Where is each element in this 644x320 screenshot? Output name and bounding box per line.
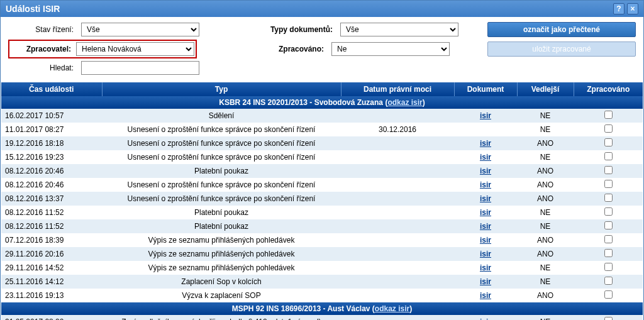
cell-time: 31.05.2017 08:20 xyxy=(1,315,102,320)
cell-date xyxy=(341,219,454,233)
doc-link[interactable]: isir xyxy=(480,263,491,272)
doc-link[interactable]: isir xyxy=(480,277,491,286)
zpracovano-checkbox[interactable] xyxy=(604,166,613,174)
zpracovano-checkbox[interactable] xyxy=(604,221,613,229)
cell-doc: isir xyxy=(454,150,517,164)
zpracovatel-highlight: Zpracovatel: Helena Nováková xyxy=(8,40,197,58)
doc-link[interactable]: isir xyxy=(480,111,491,120)
group-case-label: MSPH 92 INS 18696/2013 - Aust Václav xyxy=(232,304,372,313)
table-row[interactable]: 29.11.2016 20:16Výpis ze seznamu přihláš… xyxy=(1,247,643,261)
filters-panel: Stav řízení: Vše Typy dokumentů: Vše ozn… xyxy=(1,17,643,80)
doc-link[interactable]: isir xyxy=(480,222,491,231)
save-processed-button[interactable]: uložit zpracované xyxy=(487,41,636,57)
cell-type: Usnesení o zproštění funkce správce po s… xyxy=(102,136,341,150)
group-isir-link[interactable]: odkaz isir xyxy=(375,304,409,313)
col-type[interactable]: Typ xyxy=(102,82,341,96)
col-date[interactable]: Datum právní moci xyxy=(341,82,454,96)
cell-vedlejsi: ANO xyxy=(517,233,574,247)
cell-time: 07.12.2016 18:39 xyxy=(1,233,102,247)
zpracovano-checkbox[interactable] xyxy=(604,263,613,271)
cell-doc: isir xyxy=(454,178,517,192)
doc-link[interactable]: isir xyxy=(480,167,491,175)
doc-link[interactable]: isir xyxy=(480,208,491,217)
zpracovano-checkbox[interactable] xyxy=(604,290,613,299)
cell-date xyxy=(341,247,454,261)
help-icon[interactable]: ? xyxy=(613,3,625,14)
zpracovano-checkbox[interactable] xyxy=(604,317,613,320)
table-row[interactable]: 08.12.2016 11:52Platební poukazisirNE xyxy=(1,219,643,233)
zpracovano-checkbox[interactable] xyxy=(604,207,613,216)
cell-zpracovano xyxy=(574,150,643,164)
close-icon[interactable]: × xyxy=(627,3,638,14)
doc-link[interactable]: isir xyxy=(480,291,491,300)
cell-time: 23.11.2016 19:13 xyxy=(1,289,102,302)
col-doc[interactable]: Dokument xyxy=(454,82,517,96)
doc-link[interactable]: isir xyxy=(480,250,491,258)
zpracovano-checkbox[interactable] xyxy=(604,235,613,243)
doc-link[interactable]: isir xyxy=(480,317,491,320)
cell-zpracovano xyxy=(574,109,643,123)
table-row[interactable]: 08.12.2016 11:52Platební poukazisirNE xyxy=(1,206,643,219)
cell-doc: isir xyxy=(454,109,517,123)
zpracovano-checkbox[interactable] xyxy=(604,152,613,160)
events-table: Čas události Typ Datum právní moci Dokum… xyxy=(1,82,643,320)
col-time[interactable]: Čas události xyxy=(1,82,102,96)
zpracovano-checkbox[interactable] xyxy=(604,249,613,257)
zpracovano-checkbox[interactable] xyxy=(604,111,613,119)
cell-date xyxy=(341,315,454,320)
cell-time: 19.12.2016 18:18 xyxy=(1,136,102,150)
col-ved[interactable]: Vedlejší xyxy=(517,82,574,96)
table-row[interactable]: 15.12.2016 19:23Usnesení o zproštění fun… xyxy=(1,150,643,164)
zpracovano-checkbox[interactable] xyxy=(604,277,613,285)
doc-link[interactable]: isir xyxy=(480,180,491,189)
table-row[interactable]: 11.01.2017 08:27Usnesení o zproštění fun… xyxy=(1,123,643,136)
cell-type: Usnesení o zproštění funkce správce po s… xyxy=(102,150,341,164)
cell-vedlejsi: ANO xyxy=(517,289,574,302)
table-row[interactable]: 19.12.2016 18:18Usnesení o zproštění fun… xyxy=(1,136,643,150)
cell-zpracovano xyxy=(574,206,643,219)
table-row[interactable]: 08.12.2016 20:46Platební poukazisirANO xyxy=(1,164,643,178)
doc-link[interactable]: isir xyxy=(480,139,491,148)
zpracovano-checkbox[interactable] xyxy=(604,138,613,146)
table-row[interactable]: 16.02.2017 10:57SděleníisirNE xyxy=(1,109,643,123)
typy-select[interactable]: Vše xyxy=(340,23,458,36)
doc-link[interactable]: isir xyxy=(480,153,491,162)
table-row[interactable]: 31.05.2017 08:20Zpráva dlužníka o svých … xyxy=(1,315,643,320)
stav-select[interactable]: Vše xyxy=(81,23,199,36)
cell-date xyxy=(341,164,454,178)
cell-vedlejsi: NE xyxy=(517,109,574,123)
zprac-select[interactable]: Helena Nováková xyxy=(76,42,194,56)
table-row[interactable]: 08.12.2016 20:46Usnesení o zproštění fun… xyxy=(1,178,643,192)
cell-vedlejsi: ANO xyxy=(517,164,574,178)
cell-type: Platební poukaz xyxy=(102,219,341,233)
cell-time: 08.12.2016 13:37 xyxy=(1,192,102,206)
doc-link[interactable]: isir xyxy=(480,236,491,245)
cell-zpracovano xyxy=(574,123,643,136)
table-row[interactable]: 07.12.2016 18:39Výpis ze seznamu přihláš… xyxy=(1,233,643,247)
cell-doc: isir xyxy=(454,233,517,247)
cell-date xyxy=(341,233,454,247)
cell-time: 11.01.2017 08:27 xyxy=(1,123,102,136)
table-row[interactable]: 08.12.2016 13:37Usnesení o zproštění fun… xyxy=(1,192,643,206)
cell-vedlejsi: ANO xyxy=(517,247,574,261)
zpracovano-checkbox[interactable] xyxy=(604,194,613,202)
group-isir-link[interactable]: odkaz isir xyxy=(387,98,422,107)
table-row[interactable]: 29.11.2016 14:52Výpis ze seznamu přihláš… xyxy=(1,261,643,275)
action-buttons-2: uložit zpracované xyxy=(487,41,636,57)
search-input[interactable] xyxy=(81,61,199,75)
zprno-select[interactable]: Ne xyxy=(331,42,450,56)
zpracovano-checkbox[interactable] xyxy=(604,124,613,133)
zpracovano-checkbox[interactable] xyxy=(604,180,613,188)
cell-type: Výpis ze seznamu přihlášených pohledávek xyxy=(102,233,341,247)
mark-read-button[interactable]: označit jako přečtené xyxy=(487,22,636,37)
cell-doc: isir xyxy=(454,192,517,206)
cell-vedlejsi: NE xyxy=(517,150,574,164)
doc-link[interactable]: isir xyxy=(480,194,491,203)
cell-zpracovano xyxy=(574,247,643,261)
cell-type: Výpis ze seznamu přihlášených pohledávek xyxy=(102,247,341,261)
col-zprac[interactable]: Zpracováno xyxy=(574,82,643,96)
cell-vedlejsi: NE xyxy=(517,219,574,233)
table-row[interactable]: 23.11.2016 19:13Výzva k zaplacení SOPisi… xyxy=(1,289,643,302)
table-row[interactable]: 25.11.2016 14:12Zaplacení Sop v kolcíchi… xyxy=(1,275,643,289)
cell-type: Usnesení o zproštění funkce správce po s… xyxy=(102,178,341,192)
